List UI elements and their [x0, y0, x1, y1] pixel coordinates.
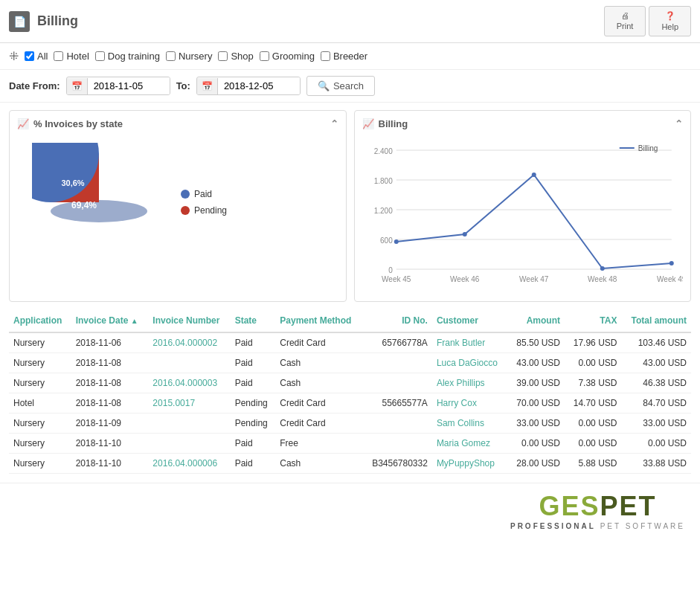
header-actions: 🖨 Print ❓ Help	[604, 6, 691, 36]
cell-amount: 39.00 USD	[508, 373, 565, 393]
cell-state: Paid	[231, 332, 276, 353]
table-row: Hotel 2018-11-08 2015.0017 Pending Credi…	[9, 393, 691, 413]
pie-legend: Paid Pending	[181, 189, 227, 216]
line-chart-card: 📈 Billing ⌃ 0 600 1.200 1.800 2.400	[354, 110, 692, 302]
customer-link[interactable]: MyPuppyShop	[437, 458, 495, 469]
pie-chart-header: 📈 % Invoices by state ⌃	[17, 118, 338, 129]
col-state[interactable]: State	[231, 309, 276, 332]
svg-text:600: 600	[380, 236, 393, 245]
cell-state: Paid	[231, 373, 276, 393]
table-row: Nursery 2018-11-10 Paid Free Maria Gomez…	[9, 434, 691, 454]
help-button[interactable]: ❓ Help	[649, 6, 691, 36]
customer-link[interactable]: Maria Gomez	[437, 438, 490, 448]
date-from-label: Date From:	[9, 80, 60, 91]
svg-text:Billing: Billing	[638, 144, 658, 152]
col-invoice-date[interactable]: Invoice Date ▲	[71, 309, 149, 332]
filter-shop-checkbox[interactable]	[218, 51, 228, 61]
table-row: Nursery 2018-11-08 2016.04.000003 Paid C…	[9, 373, 691, 393]
customer-link[interactable]: Alex Phillips	[437, 378, 485, 388]
cell-application: Nursery	[9, 373, 71, 393]
invoice-number-link[interactable]: 2016.04.000006	[152, 458, 217, 469]
filter-breeder[interactable]: Breeder	[321, 51, 367, 62]
svg-text:1.800: 1.800	[373, 177, 392, 185]
legend-pending-dot	[181, 206, 190, 215]
line-chart-title: Billing	[379, 118, 408, 129]
cell-id-no: B3456780332	[362, 454, 432, 474]
col-total[interactable]: Total amount	[621, 309, 691, 332]
cell-invoice-number	[148, 353, 230, 373]
filter-shop[interactable]: Shop	[218, 51, 253, 62]
filter-all-checkbox[interactable]	[25, 51, 34, 61]
cell-payment-method: Credit Card	[275, 332, 362, 353]
cell-invoice-date: 2018-11-10	[71, 434, 149, 454]
table-row: Nursery 2018-11-10 2016.04.000006 Paid C…	[9, 454, 691, 474]
filter-dog-training[interactable]: Dog training	[95, 51, 160, 62]
col-customer[interactable]: Customer	[432, 309, 508, 332]
search-button[interactable]: 🔍 Search	[306, 76, 375, 96]
date-from-input[interactable]	[88, 77, 170, 94]
col-payment-method[interactable]: Payment Method	[275, 309, 362, 332]
col-application[interactable]: Application	[9, 309, 71, 332]
cell-id-no	[362, 434, 432, 454]
customer-link[interactable]: Frank Butler	[437, 338, 485, 348]
col-id-no[interactable]: ID No.	[362, 309, 432, 332]
billing-icon: 📄	[9, 11, 30, 32]
filter-dog-training-checkbox[interactable]	[95, 51, 105, 61]
cell-amount: 33.00 USD	[508, 413, 565, 434]
customer-link[interactable]: Luca DaGiocco	[437, 358, 498, 368]
svg-text:2.400: 2.400	[373, 147, 392, 155]
customer-link[interactable]: Sam Collins	[437, 418, 484, 428]
print-button[interactable]: 🖨 Print	[604, 6, 646, 36]
pie-chart-title-area: 📈 % Invoices by state	[17, 118, 123, 129]
pie-chart-title: % Invoices by state	[33, 118, 123, 129]
cell-customer: Alex Phillips	[432, 373, 508, 393]
cell-id-no	[362, 373, 432, 393]
customer-link[interactable]: Harry Cox	[437, 398, 477, 408]
cell-id-no: 65766778A	[362, 332, 432, 353]
col-amount[interactable]: Amount	[508, 309, 565, 332]
svg-point-16	[600, 266, 604, 271]
cell-state: Paid	[231, 353, 276, 373]
filter-nursery-checkbox[interactable]	[166, 51, 176, 61]
line-chart-title-area: 📈 Billing	[362, 118, 408, 129]
filter-hotel[interactable]: Hotel	[54, 51, 89, 62]
svg-text:69,4%: 69,4%	[71, 200, 97, 210]
date-from-wrap: 📅	[66, 77, 170, 95]
line-chart-collapse[interactable]: ⌃	[675, 118, 683, 129]
cell-tax: 17.96 USD	[565, 332, 621, 353]
cell-application: Nursery	[9, 434, 71, 454]
cell-amount: 85.50 USD	[508, 332, 565, 353]
svg-point-0	[51, 200, 147, 222]
filter-nursery[interactable]: Nursery	[166, 51, 213, 62]
col-tax[interactable]: TAX	[565, 309, 621, 332]
cell-invoice-date: 2018-11-08	[71, 393, 149, 413]
line-chart-wrap: 0 600 1.200 1.800 2.400	[362, 135, 684, 294]
cell-amount: 43.00 USD	[508, 353, 565, 373]
filter-all[interactable]: All	[25, 51, 48, 62]
cell-payment-method: Cash	[275, 353, 362, 373]
pie-chart-collapse[interactable]: ⌃	[330, 118, 338, 129]
svg-point-17	[669, 261, 673, 265]
cell-state: Paid	[231, 434, 276, 454]
filter-grooming[interactable]: Grooming	[260, 51, 315, 62]
cell-customer: Sam Collins	[432, 413, 508, 434]
cell-customer: Harry Cox	[432, 393, 508, 413]
filter-breeder-checkbox[interactable]	[321, 51, 330, 61]
filter-grooming-checkbox[interactable]	[260, 51, 269, 61]
cell-tax: 7.38 USD	[565, 373, 621, 393]
cell-invoice-date: 2018-11-10	[71, 454, 149, 474]
cell-total: 43.00 USD	[621, 353, 691, 373]
svg-text:Week 45: Week 45	[382, 275, 411, 283]
cell-id-no	[362, 353, 432, 373]
invoice-number-link[interactable]: 2016.04.000002	[152, 338, 217, 348]
footer: GESPET PROFESSIONAL PET SOFTWARE	[0, 483, 700, 538]
cell-id-no	[362, 413, 432, 434]
col-invoice-number[interactable]: Invoice Number	[148, 309, 230, 332]
cell-invoice-number	[148, 434, 230, 454]
cell-total: 0.00 USD	[621, 434, 691, 454]
invoice-number-link[interactable]: 2016.04.000003	[152, 378, 217, 388]
help-icon: ❓	[665, 11, 675, 21]
date-to-input[interactable]	[218, 77, 300, 94]
invoice-number-link[interactable]: 2015.0017	[152, 398, 195, 408]
filter-hotel-checkbox[interactable]	[54, 51, 63, 61]
